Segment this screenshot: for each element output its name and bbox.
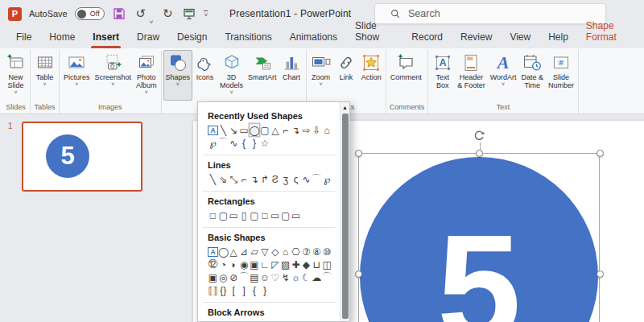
shape-glyph-icon[interactable]: ⇖ [322, 320, 332, 321]
shape-glyph-icon[interactable]: ʒ [280, 173, 291, 185]
shape-glyph-icon[interactable]: ⌂ [280, 246, 291, 258]
shape-glyph-icon[interactable]: ▣ [250, 258, 260, 270]
shape-glyph-icon[interactable]: ◔ [218, 258, 229, 270]
shape-glyph-icon[interactable]: ⇩ [239, 320, 250, 321]
tab-design[interactable]: Design [168, 27, 216, 48]
shape-glyph-icon[interactable]: { [250, 284, 260, 296]
shape-glyph-icon[interactable]: ▢ [218, 209, 229, 221]
ribbon-button-header-footer[interactable]: Header & Footer [455, 50, 488, 101]
shape-glyph-icon[interactable]: ◸ [270, 258, 280, 270]
shape-glyph-icon[interactable]: ⇳ [250, 320, 260, 321]
shape-glyph-icon[interactable]: ◇ [270, 246, 280, 258]
shape-glyph-icon[interactable]: { [239, 137, 250, 149]
tab-insert[interactable]: Insert [84, 27, 128, 48]
shape-glyph-icon[interactable]: ⌒ [322, 271, 332, 283]
shape-glyph-icon[interactable]: ✚ [291, 258, 301, 270]
ribbon-button-3d-models[interactable]: 3D Models˅ [217, 50, 246, 101]
shape-glyph-icon[interactable]: ⇦ [218, 320, 229, 321]
shape-glyph-icon[interactable]: ⌐ [239, 173, 250, 185]
shape-glyph-icon[interactable]: ☺ [259, 271, 270, 283]
tab-view[interactable]: View [501, 27, 539, 48]
ribbon-button-chart[interactable]: Chart [279, 50, 304, 101]
shape-glyph-icon[interactable]: ▭ [291, 209, 301, 221]
quick-access-toolbar-chevron-icon[interactable]: ˅ [204, 10, 208, 18]
shape-glyph-icon[interactable]: ╲ [218, 124, 229, 136]
shape-glyph-icon[interactable]: ⇧ [229, 320, 239, 321]
shape-glyph-icon[interactable]: ▽ [259, 246, 270, 258]
shape-glyph-icon[interactable]: {} [218, 284, 229, 296]
shape-glyph-icon[interactable]: ◯ [218, 246, 229, 258]
shape-glyph-icon[interactable]: ⊘ [229, 271, 239, 283]
shape-glyph-icon[interactable]: ⑦ [301, 246, 312, 258]
tab-draw[interactable]: Draw [128, 27, 168, 48]
shape-glyph-icon[interactable]: □ [208, 209, 218, 221]
powerpoint-app-icon[interactable]: P [8, 7, 22, 21]
shape-glyph-icon[interactable]: ↴ [291, 124, 301, 136]
slide-thumbnail[interactable]: 5 [22, 122, 142, 192]
shape-glyph-icon[interactable]: ▱ [250, 246, 260, 258]
shape-glyph-icon[interactable]: ⎔ [291, 246, 301, 258]
ribbon-button-new-slide[interactable]: New Slide˅ [3, 50, 28, 101]
shape-glyph-icon[interactable]: △ [229, 246, 239, 258]
ribbon-button-link[interactable]: Link [334, 50, 359, 101]
ribbon-button-action[interactable]: Action [359, 50, 384, 101]
shape-glyph-icon[interactable]: ⑩ [322, 246, 332, 258]
shape-glyph-icon[interactable]: □ [259, 209, 270, 221]
ribbon-button-table[interactable]: Table˅ [32, 50, 57, 101]
shape-glyph-icon[interactable]: ▭ [270, 209, 280, 221]
scroll-up-arrow-icon[interactable]: ▲ [341, 102, 349, 113]
ribbon-button-screenshot[interactable]: Screenshot˅ [93, 50, 134, 101]
shape-glyph-icon[interactable]: ⇘ [312, 320, 322, 321]
shape-glyph-icon[interactable]: ⇨ [208, 320, 218, 321]
shape-glyph-icon[interactable]: ◯ [250, 124, 260, 136]
save-icon[interactable] [112, 6, 126, 21]
shape-glyph-icon[interactable]: ⑫ [208, 258, 218, 270]
tab-file[interactable]: File [7, 27, 40, 48]
tab-record[interactable]: Record [402, 27, 452, 48]
shape-glyph-icon[interactable]: ⌒ [239, 271, 250, 283]
resize-handle-top-left[interactable] [355, 150, 362, 157]
shape-glyph-icon[interactable]: ∿ [301, 173, 312, 185]
shape-glyph-icon[interactable]: ⇩ [312, 124, 322, 136]
ribbon-button-smartart[interactable]: SmartArt [246, 50, 279, 101]
rotate-handle-icon[interactable] [473, 129, 486, 142]
shape-glyph-icon[interactable]: ◆ [301, 258, 312, 270]
shape-glyph-icon[interactable]: ⊕ [291, 320, 301, 321]
shape-glyph-icon[interactable]: ⇗ [301, 320, 312, 321]
shape-glyph-icon[interactable]: ℘ [322, 173, 332, 185]
ribbon-button-icons[interactable]: Icons [192, 50, 217, 101]
shape-glyph-icon[interactable]: ⌒ [218, 137, 229, 149]
tab-home[interactable]: Home [40, 27, 84, 48]
shape-glyph-icon[interactable]: ☁ [312, 271, 322, 283]
shape-glyph-icon[interactable]: ▤ [250, 271, 260, 283]
ribbon-button-wordart[interactable]: AWordArt˅ [488, 50, 519, 101]
shape-glyph-icon[interactable]: ▢ [259, 124, 270, 136]
shape-glyph-icon[interactable]: ◎ [218, 271, 229, 283]
shape-glyph-icon[interactable]: ∟ [259, 258, 270, 270]
shape-glyph-icon[interactable]: ▢ [250, 209, 260, 221]
shape-glyph-icon[interactable]: ] [239, 284, 250, 296]
shape-glyph-icon[interactable]: ⊿ [239, 246, 250, 258]
shape-glyph-icon[interactable]: } [259, 284, 270, 296]
shape-glyph-icon[interactable]: △ [270, 124, 280, 136]
ribbon-button-zoom[interactable]: Zoom˅ [308, 50, 334, 101]
shape-glyph-icon[interactable]: ▨ [280, 258, 291, 270]
tab-animations[interactable]: Animations [281, 27, 346, 48]
shape-glyph-icon[interactable]: ▭ [229, 209, 239, 221]
shape-glyph-icon[interactable]: ⑧ [312, 246, 322, 258]
tab-slide-show[interactable]: Slide Show [346, 16, 402, 48]
shape-glyph-icon[interactable]: ↱ [259, 173, 270, 185]
shape-glyph-icon[interactable]: ↘ [229, 124, 239, 136]
shape-glyph-icon[interactable]: ◉ [239, 258, 250, 270]
tab-transitions[interactable]: Transitions [216, 27, 280, 48]
scrollbar-thumb[interactable] [342, 114, 349, 319]
shape-glyph-icon[interactable]: ☆ [259, 137, 270, 149]
shape-glyph-icon[interactable]: } [250, 137, 260, 149]
start-slideshow-icon[interactable] [182, 6, 196, 21]
tab-review[interactable]: Review [452, 27, 501, 48]
shape-glyph-icon[interactable]: ▣ [208, 271, 218, 283]
resize-handle-top-center[interactable] [476, 150, 483, 157]
shape-glyph-icon[interactable]: ↯ [280, 271, 291, 283]
shape-glyph-icon[interactable]: ℘ [208, 137, 218, 149]
shape-glyph-icon[interactable]: ⟦⟧ [208, 284, 218, 296]
